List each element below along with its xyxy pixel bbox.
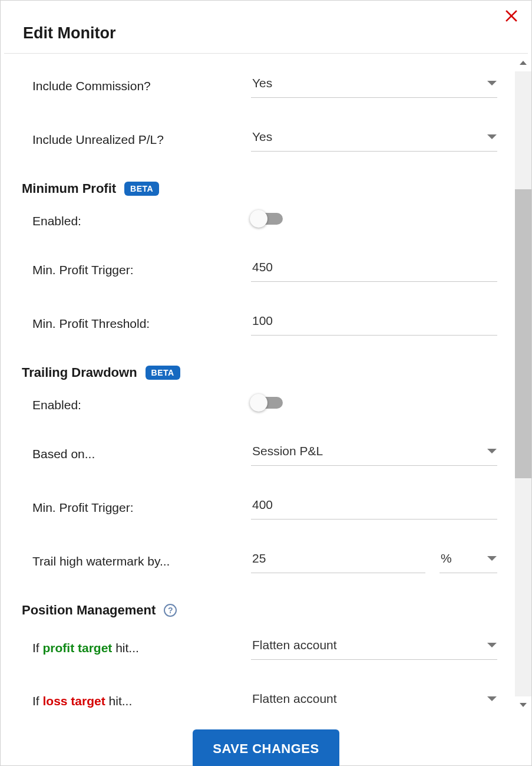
label-based-on: Based on... <box>24 447 251 461</box>
label-trail-watermark: Trail high watermark by... <box>24 554 251 568</box>
select-value: Yes <box>252 130 272 144</box>
label-min-profit-threshold: Min. Profit Threshold: <box>24 317 251 331</box>
select-value: Session P&L <box>252 444 323 458</box>
row-trailing-trigger: Min. Profit Trigger: <box>24 495 497 520</box>
label-trailing-trigger: Min. Profit Trigger: <box>24 501 251 515</box>
label-enabled: Enabled: <box>24 214 251 228</box>
input-min-profit-trigger[interactable] <box>251 258 497 282</box>
chevron-down-icon <box>487 642 497 649</box>
select-based-on[interactable]: Session P&L <box>251 442 497 466</box>
input-trail-watermark[interactable] <box>251 549 425 573</box>
text: If <box>32 694 43 708</box>
input-min-profit-threshold[interactable] <box>251 311 497 336</box>
help-icon[interactable]: ? <box>164 604 177 617</box>
select-trail-unit[interactable]: % <box>440 549 497 573</box>
section-trailing-drawdown: Trailing Drawdown BETA <box>22 365 497 380</box>
chevron-down-icon <box>487 695 497 702</box>
select-include-commission[interactable]: Yes <box>251 74 497 98</box>
label-loss-target: If loss target hit... <box>24 694 251 708</box>
chevron-down-icon <box>487 80 497 87</box>
select-value: % <box>441 551 452 566</box>
scrollbar-track[interactable] <box>515 71 531 696</box>
select-value: Flatten account <box>252 692 337 706</box>
scroll-up-arrow-icon[interactable] <box>515 54 531 71</box>
row-loss-target: If loss target hit... Flatten account <box>24 689 497 713</box>
close-button[interactable] <box>504 9 518 23</box>
toggle-knob <box>250 210 267 228</box>
loss-target-text: loss target <box>43 694 105 708</box>
row-min-profit-enabled: Enabled: <box>24 214 497 228</box>
row-trail-watermark: Trail high watermark by... % <box>24 549 497 573</box>
save-changes-button[interactable]: SAVE CHANGES <box>193 729 339 766</box>
input-trailing-trigger[interactable] <box>251 495 497 520</box>
dialog-header: Edit Monitor <box>4 1 528 54</box>
form-content: Include Commission? Yes Include Unrealiz… <box>19 54 515 716</box>
chevron-down-icon <box>487 448 497 455</box>
row-min-profit-trigger: Min. Profit Trigger: <box>24 258 497 282</box>
profit-target-text: profit target <box>43 641 113 655</box>
dialog-footer: SAVE CHANGES <box>1 716 531 766</box>
scrollbar-thumb[interactable] <box>515 189 531 478</box>
row-profit-target: If profit target hit... Flatten account <box>24 636 497 660</box>
row-trailing-based-on: Based on... Session P&L <box>24 442 497 466</box>
toggle-knob <box>250 394 267 412</box>
text: If <box>32 641 43 655</box>
scrollbar[interactable] <box>515 54 531 716</box>
edit-monitor-dialog: Edit Monitor Include Commission? Yes Inc… <box>0 0 532 766</box>
text: hit... <box>112 641 139 655</box>
row-trailing-enabled: Enabled: <box>24 398 497 412</box>
row-include-unrealized: Include Unrealized P/L? Yes <box>24 127 497 152</box>
select-value: Flatten account <box>252 638 337 652</box>
select-profit-action[interactable]: Flatten account <box>251 636 497 660</box>
chevron-down-icon <box>487 133 497 140</box>
beta-badge: BETA <box>124 182 159 196</box>
scroll-down-arrow-icon[interactable] <box>515 696 531 714</box>
dialog-title: Edit Monitor <box>23 24 509 42</box>
beta-badge: BETA <box>146 366 180 380</box>
toggle-trailing-enabled[interactable] <box>251 397 283 409</box>
label-enabled: Enabled: <box>24 398 251 412</box>
label-include-commission: Include Commission? <box>24 79 251 93</box>
label-profit-target: If profit target hit... <box>24 641 251 655</box>
section-title: Trailing Drawdown <box>22 365 137 380</box>
section-minimum-profit: Minimum Profit BETA <box>22 181 497 196</box>
toggle-min-profit-enabled[interactable] <box>251 213 283 225</box>
select-include-unrealized[interactable]: Yes <box>251 127 497 152</box>
scroll-area: Include Commission? Yes Include Unrealiz… <box>1 54 531 716</box>
section-title: Minimum Profit <box>22 181 116 196</box>
chevron-down-icon <box>487 555 497 562</box>
select-loss-action[interactable]: Flatten account <box>251 689 497 713</box>
label-include-unrealized: Include Unrealized P/L? <box>24 133 251 147</box>
label-min-profit-trigger: Min. Profit Trigger: <box>24 263 251 277</box>
section-title: Position Management <box>22 603 156 618</box>
text: hit... <box>105 694 133 708</box>
section-position-management: Position Management ? <box>22 603 497 618</box>
select-value: Yes <box>252 76 272 90</box>
row-min-profit-threshold: Min. Profit Threshold: <box>24 311 497 336</box>
row-include-commission: Include Commission? Yes <box>24 74 497 98</box>
